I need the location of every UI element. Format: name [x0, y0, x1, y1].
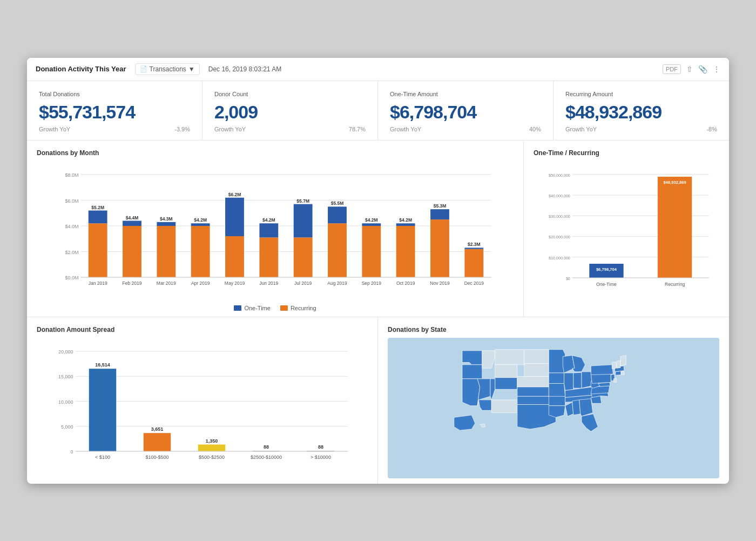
svg-rect-47 [396, 223, 415, 226]
bottom-row: Donation Amount Spread 05,00010,00015,00… [27, 317, 729, 484]
svg-rect-88 [89, 369, 117, 451]
header-date: Dec 16, 2019 8:03:21 AM [208, 65, 281, 73]
svg-text:$10,000,000: $10,000,000 [549, 256, 570, 260]
svg-rect-43 [362, 223, 381, 226]
svg-text:5,000: 5,000 [61, 424, 73, 429]
kpi-card-0: Total Donations $55,731,574 Growth YoY -… [27, 81, 202, 140]
attachment-icon[interactable]: 📎 [698, 65, 707, 74]
kpi-growth-row-1: Growth YoY 78.7% [214, 126, 366, 132]
svg-text:$6.2M: $6.2M [228, 191, 241, 197]
recurring-swatch [280, 305, 288, 311]
pdf-button[interactable]: PDF [663, 64, 681, 74]
svg-text:3,651: 3,651 [151, 426, 164, 432]
state-IA [549, 373, 564, 384]
kpi-growth-row-3: Growth YoY -8% [565, 126, 717, 132]
recurring-legend-label: Recurring [291, 305, 316, 311]
kpi-growth-label-3: Growth YoY [565, 126, 597, 132]
state-IL [564, 373, 573, 391]
transactions-label: Transactions [150, 65, 186, 73]
svg-text:$4.2M: $4.2M [194, 217, 207, 223]
state-NM [491, 399, 517, 412]
state-MT [495, 349, 524, 364]
state-MO [549, 383, 565, 397]
map-panel: Donations by State [378, 317, 729, 484]
state-IN [573, 372, 582, 388]
svg-rect-94 [198, 444, 226, 451]
kpi-growth-label-1: Growth YoY [214, 126, 246, 132]
kpi-value-2: $6,798,704 [390, 102, 541, 123]
svg-rect-26 [225, 236, 244, 277]
svg-text:$20,000,000: $20,000,000 [549, 235, 570, 239]
svg-rect-23 [191, 223, 210, 226]
kpi-card-2: One-Time Amount $6,798,704 Growth YoY 40… [378, 81, 554, 140]
svg-text:$6,798,704: $6,798,704 [596, 267, 617, 272]
svg-text:$30,000,000: $30,000,000 [549, 215, 570, 219]
state-AL [572, 399, 580, 415]
kpi-label-1: Donor Count [214, 91, 366, 97]
svg-text:10,000: 10,000 [58, 399, 73, 404]
svg-text:Jul 2019: Jul 2019 [294, 280, 312, 286]
one-time-legend-label: One-Time [244, 305, 271, 311]
svg-rect-38 [328, 223, 347, 277]
svg-text:Sep 2019: Sep 2019 [362, 280, 382, 286]
state-OR [462, 364, 482, 378]
svg-rect-39 [328, 206, 347, 223]
us-map [388, 338, 719, 478]
svg-text:$6.0M: $6.0M [65, 198, 78, 203]
svg-text:< $100: < $100 [95, 455, 110, 460]
svg-rect-54 [464, 249, 483, 277]
state-SD [524, 363, 549, 376]
chevron-down-icon: ▼ [188, 65, 195, 73]
svg-text:Jun 2019: Jun 2019 [259, 280, 278, 286]
header: Donation Activity This Year 📄 Transactio… [27, 58, 729, 81]
svg-rect-27 [225, 197, 244, 236]
kpi-value-3: $48,932,869 [565, 102, 717, 123]
svg-text:$48,932,869: $48,932,869 [663, 180, 686, 185]
state-AK [454, 415, 475, 430]
spread-chart-title: Donation Amount Spread [37, 326, 368, 333]
svg-rect-51 [430, 209, 449, 219]
kpi-growth-val-2: 40% [529, 126, 541, 132]
state-WY [495, 364, 517, 377]
kpi-row: Total Donations $55,731,574 Growth YoY -… [27, 81, 729, 141]
legend-recurring: Recurring [280, 305, 316, 311]
one-time-recurring-panel: One-Time / Recurring $0$10,000,000$20,00… [524, 141, 729, 317]
svg-rect-35 [294, 204, 313, 237]
state-VT [612, 362, 616, 369]
svg-text:88: 88 [264, 444, 269, 450]
svg-text:Jan 2019: Jan 2019 [89, 280, 107, 286]
transactions-dropdown[interactable]: 📄 Transactions ▼ [135, 63, 200, 75]
svg-text:$4.2M: $4.2M [262, 217, 275, 223]
state-NY [591, 364, 613, 375]
state-NE [517, 376, 549, 387]
svg-text:$5.3M: $5.3M [434, 203, 447, 209]
svg-rect-15 [123, 221, 141, 226]
svg-text:15,000: 15,000 [58, 374, 73, 379]
kpi-label-3: Recurring Amount [565, 91, 717, 97]
svg-text:$4.2M: $4.2M [399, 217, 412, 223]
dashboard-title: Donation Activity This Year [36, 65, 126, 73]
kpi-growth-label-2: Growth YoY [390, 126, 421, 132]
svg-text:$8.0M: $8.0M [65, 172, 78, 178]
one-time-recurring-title: One-Time / Recurring [534, 149, 719, 157]
svg-rect-30 [259, 237, 278, 277]
state-RI [622, 371, 625, 375]
svg-text:$2.3M: $2.3M [468, 242, 481, 247]
state-NH [617, 360, 620, 368]
svg-text:$5.5M: $5.5M [331, 201, 344, 206]
svg-text:$40,000,000: $40,000,000 [549, 193, 570, 198]
more-options-icon[interactable]: ⋮ [713, 65, 720, 74]
monthly-chart-title: Donations by Month [37, 149, 514, 157]
kpi-value-1: 2,009 [214, 102, 366, 123]
svg-text:Aug 2019: Aug 2019 [327, 280, 347, 286]
state-KS [517, 387, 549, 396]
svg-rect-42 [362, 226, 381, 277]
kpi-label-2: One-Time Amount [390, 91, 541, 97]
one-time-recurring-chart: $0$10,000,000$20,000,000$30,000,000$40,0… [534, 161, 719, 302]
svg-text:20,000: 20,000 [58, 349, 73, 355]
svg-rect-22 [191, 226, 210, 277]
svg-rect-18 [157, 226, 176, 277]
share-icon[interactable]: ⇧ [686, 65, 693, 74]
kpi-growth-val-3: -8% [706, 126, 717, 132]
svg-text:Apr 2019: Apr 2019 [191, 280, 210, 286]
